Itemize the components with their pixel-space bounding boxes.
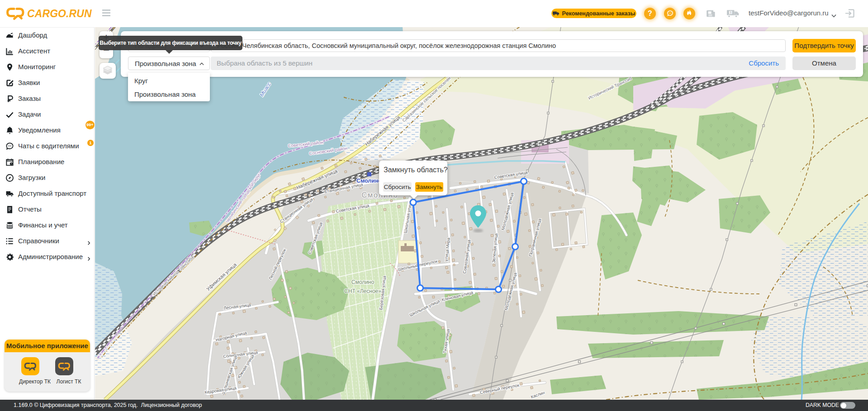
svg-text:$: $ (730, 11, 731, 14)
